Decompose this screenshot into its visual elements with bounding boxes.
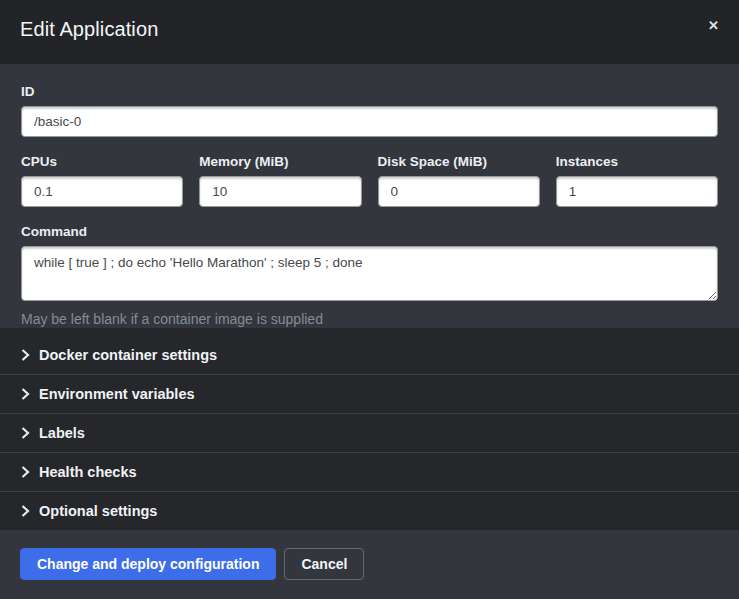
edit-application-form: ID CPUs Memory (MiB) Disk Space (MiB) In… <box>0 64 739 328</box>
cpus-label: CPUs <box>21 155 183 169</box>
resources-row: CPUs Memory (MiB) Disk Space (MiB) Insta… <box>21 155 718 207</box>
command-help-text: May be left blank if a container image i… <box>21 310 718 328</box>
section-label: Health checks <box>39 464 137 480</box>
disk-label: Disk Space (MiB) <box>378 155 540 169</box>
chevron-right-icon <box>21 388 30 400</box>
field-group-cpus: CPUs <box>21 155 183 207</box>
field-group-memory: Memory (MiB) <box>199 155 361 207</box>
section-docker-container-settings[interactable]: Docker container settings <box>0 335 739 374</box>
modal-footer: Change and deploy configuration Cancel <box>0 530 739 599</box>
id-label: ID <box>21 85 718 99</box>
field-group-instances: Instances <box>556 155 718 207</box>
section-label: Environment variables <box>39 386 195 402</box>
section-environment-variables[interactable]: Environment variables <box>0 374 739 413</box>
section-optional-settings[interactable]: Optional settings <box>0 491 739 530</box>
cancel-button[interactable]: Cancel <box>284 548 364 580</box>
memory-label: Memory (MiB) <box>199 155 361 169</box>
section-label: Docker container settings <box>39 347 217 363</box>
chevron-right-icon <box>21 427 30 439</box>
modal-header: Edit Application ✕ <box>0 0 739 64</box>
field-group-disk: Disk Space (MiB) <box>378 155 540 207</box>
close-icon[interactable]: ✕ <box>704 15 723 36</box>
section-label: Labels <box>39 425 85 441</box>
chevron-right-icon <box>21 466 30 478</box>
id-input[interactable] <box>21 106 718 137</box>
section-label: Optional settings <box>39 503 157 519</box>
disk-input[interactable] <box>378 176 540 207</box>
command-label: Command <box>21 225 718 239</box>
memory-input[interactable] <box>199 176 361 207</box>
change-and-deploy-button[interactable]: Change and deploy configuration <box>20 548 276 580</box>
chevron-right-icon <box>21 505 30 517</box>
modal-title: Edit Application <box>20 18 719 41</box>
cpus-input[interactable] <box>21 176 183 207</box>
chevron-right-icon <box>21 349 30 361</box>
command-textarea[interactable]: while [ true ] ; do echo 'Hello Marathon… <box>21 246 718 301</box>
field-group-id: ID <box>21 85 718 137</box>
instances-label: Instances <box>556 155 718 169</box>
section-health-checks[interactable]: Health checks <box>0 452 739 491</box>
edit-application-modal: Edit Application ✕ ID CPUs Memory (MiB) … <box>0 0 739 599</box>
instances-input[interactable] <box>556 176 718 207</box>
section-labels[interactable]: Labels <box>0 413 739 452</box>
collapsible-sections: Docker container settings Environment va… <box>0 328 739 530</box>
field-group-command: Command while [ true ] ; do echo 'Hello … <box>21 225 718 328</box>
